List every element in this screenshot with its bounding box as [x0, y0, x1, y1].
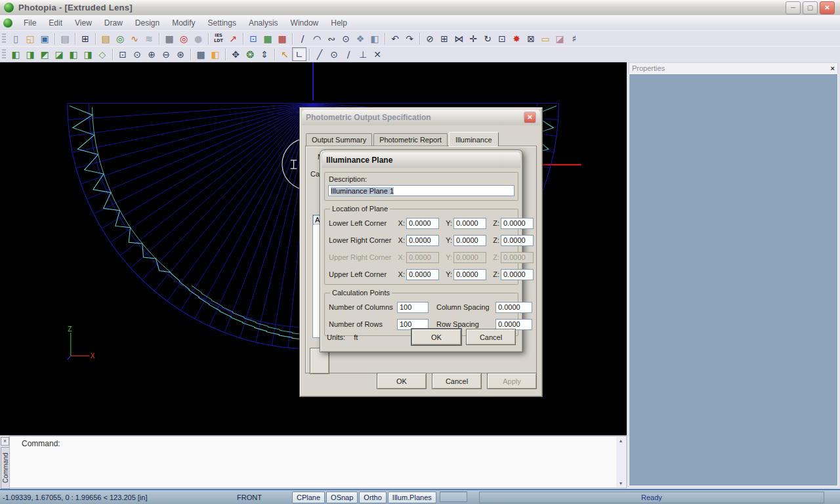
inner-ok-button[interactable]: OK	[411, 329, 461, 345]
menu-view[interactable]: View	[69, 16, 98, 30]
print-icon[interactable]: ▤	[58, 32, 72, 45]
command-tab[interactable]: Command	[1, 447, 10, 489]
orbit-icon[interactable]: ❂	[243, 47, 257, 61]
tab-illuminance[interactable]: Illuminance	[449, 132, 499, 146]
x-coordinate-input[interactable]: 0.0000	[406, 269, 439, 280]
link-icon[interactable]: ⊘	[423, 32, 437, 45]
report-icon[interactable]: ▤	[98, 32, 113, 45]
scroll-down-icon[interactable]: ▼	[619, 480, 623, 487]
measure-icon[interactable]: ▭	[538, 32, 553, 45]
draw-polyline-icon[interactable]: ∾	[324, 32, 339, 45]
trim-icon[interactable]: ♯	[567, 32, 581, 45]
outer-cancel-button[interactable]: Cancel	[432, 373, 482, 389]
rotate-icon[interactable]: ↻	[480, 32, 495, 45]
z-coordinate-input[interactable]: 0.0000	[501, 235, 534, 246]
red-grid-icon[interactable]: ▦	[275, 32, 289, 45]
row-spacing-input[interactable]: 0.0000	[495, 319, 532, 330]
menu-design[interactable]: Design	[129, 16, 166, 30]
array-icon[interactable]: ⊞	[437, 32, 452, 45]
menu-help[interactable]: Help	[325, 16, 354, 30]
target-rings-icon[interactable]: ◎	[177, 32, 191, 45]
view-front-icon[interactable]: ◩	[37, 47, 52, 61]
command-scrollbar[interactable]: ▲ ▼	[616, 437, 625, 487]
view-iso-icon[interactable]: ◇	[95, 47, 110, 61]
menu-window[interactable]: Window	[285, 16, 326, 30]
undo-icon[interactable]: ↶	[388, 32, 402, 45]
y-coordinate-input[interactable]: 0.0000	[453, 269, 486, 280]
y-coordinate-input[interactable]: 0.0000	[453, 218, 486, 229]
new-file-icon[interactable]: ▯	[9, 32, 23, 45]
zoom-in-icon[interactable]: ⊕	[144, 47, 159, 61]
erase-icon[interactable]: ◪	[553, 32, 567, 45]
pointer-icon[interactable]: ↖	[278, 47, 292, 61]
x-coordinate-input[interactable]: 0.0000	[406, 235, 439, 246]
region-icon[interactable]: ⊠	[524, 32, 538, 45]
properties-close-icon[interactable]: ×	[831, 65, 835, 72]
redo-icon[interactable]: ↷	[402, 32, 417, 45]
viewport-icon[interactable]: ⊞	[78, 32, 93, 45]
open-folder-icon[interactable]: ◱	[23, 32, 37, 45]
zoom-window-icon[interactable]: ⊡	[116, 47, 130, 61]
move-icon[interactable]: ✛	[466, 32, 480, 45]
status-toggle-blank[interactable]	[440, 492, 467, 502]
toolbar-drag-handle[interactable]	[2, 33, 6, 44]
menu-file[interactable]: File	[18, 16, 43, 30]
x-coordinate-input[interactable]: 0.0000	[406, 218, 439, 229]
save-icon[interactable]: ▣	[37, 32, 52, 45]
menu-modify[interactable]: Modify	[166, 16, 201, 30]
menu-settings[interactable]: Settings	[202, 16, 243, 30]
mesh-plot-icon[interactable]: ≋	[142, 32, 156, 45]
y-coordinate-input[interactable]: 0.0000	[453, 235, 486, 246]
columns-input[interactable]: 100	[397, 302, 429, 313]
status-toggle-cplane[interactable]: CPlane	[292, 492, 325, 503]
restore-button[interactable]: ▢	[803, 1, 818, 14]
glow-spot-icon[interactable]: ●	[191, 32, 205, 45]
grid-points-icon[interactable]: ▦	[162, 32, 177, 45]
surface-icon[interactable]: ❖	[353, 32, 368, 45]
close-button[interactable]: ✕	[820, 1, 835, 14]
status-toggle-osnap[interactable]: OSnap	[326, 492, 358, 503]
draw-circle-icon[interactable]: ⊙	[339, 32, 353, 45]
snap-center-icon[interactable]: ⊙	[327, 47, 341, 61]
z-coordinate-input[interactable]: 0.0000	[501, 218, 534, 229]
view-right-icon[interactable]: ◨	[81, 47, 95, 61]
zoom-extents-icon[interactable]: ⊛	[173, 47, 188, 61]
tab-photometric-report[interactable]: Photometric Report	[373, 133, 448, 146]
draw-arc-icon[interactable]: ◠	[310, 32, 324, 45]
tab-output-summary[interactable]: Output Summary	[306, 133, 372, 146]
candela-curve-icon[interactable]: ∿	[127, 32, 142, 45]
status-toggle-ortho[interactable]: Ortho	[359, 492, 387, 503]
explode-icon[interactable]: ✸	[509, 32, 524, 45]
mirror-icon[interactable]: ⋈	[452, 32, 466, 45]
z-coordinate-input[interactable]: 0.0000	[501, 269, 534, 280]
zoom-dynamic-icon[interactable]: ⇕	[257, 47, 272, 61]
select-region-icon[interactable]: ⊡	[495, 32, 509, 45]
toolbar-drag-handle[interactable]	[2, 49, 6, 60]
snap-midpoint-icon[interactable]: ∕	[341, 47, 356, 61]
zoom-previous-icon[interactable]: ⊙	[130, 47, 144, 61]
command-close-icon[interactable]: x	[1, 437, 9, 446]
green-grid-icon[interactable]: ▦	[261, 32, 275, 45]
snap-perpendicular-icon[interactable]: ⊥	[356, 47, 370, 61]
menu-edit[interactable]: Edit	[43, 16, 69, 30]
view-top-icon[interactable]: ◧	[9, 47, 23, 61]
illuminance-dialog-title-bar[interactable]: Illuminance Plane	[322, 152, 520, 168]
column-spacing-input[interactable]: 0.0000	[495, 302, 532, 313]
snap-intersection-icon[interactable]: ✕	[370, 47, 385, 61]
inner-cancel-button[interactable]: Cancel	[466, 329, 516, 345]
description-input[interactable]: Illuminance Plane 1	[328, 185, 514, 196]
menu-analysis[interactable]: Analysis	[243, 16, 285, 30]
rows-input[interactable]: 100	[397, 319, 429, 330]
pan-icon[interactable]: ✥	[228, 47, 243, 61]
minimize-button[interactable]: ─	[786, 1, 801, 14]
status-toggle-illumplanes[interactable]: Illum.Planes	[388, 492, 436, 503]
shaded-view-icon[interactable]: ◧	[208, 47, 222, 61]
solid-icon[interactable]: ◧	[368, 32, 382, 45]
photometric-dialog-title-bar[interactable]: Photometric Output Specification ✕	[302, 110, 540, 125]
resize-grip[interactable]	[831, 490, 840, 504]
snap-endpoint-icon[interactable]: ╱	[312, 47, 327, 61]
wireframe-view-icon[interactable]: ▦	[194, 47, 208, 61]
monitor-check-icon[interactable]: ⊡	[246, 32, 261, 45]
zoom-out-icon[interactable]: ⊖	[159, 47, 173, 61]
chart-arrow-icon[interactable]: ↗	[226, 32, 240, 45]
